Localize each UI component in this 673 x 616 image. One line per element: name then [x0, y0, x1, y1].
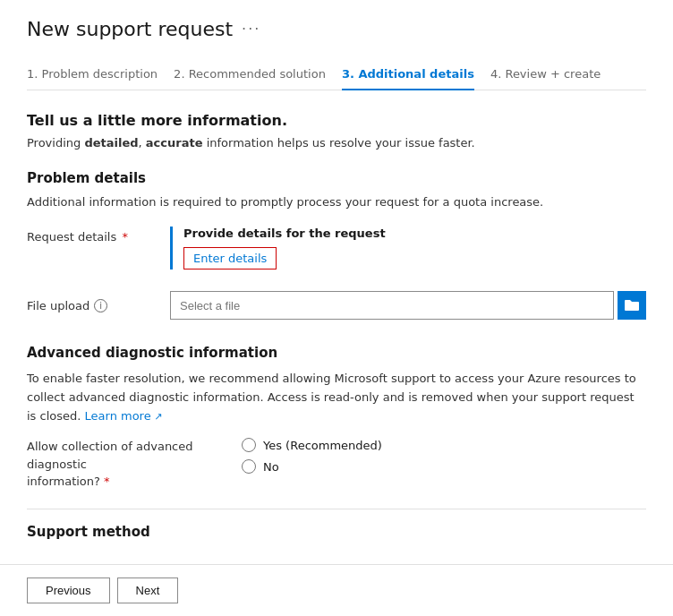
collection-label: Allow collection of advanced diagnostici…: [27, 438, 242, 491]
file-upload-label: File upload i: [27, 299, 170, 312]
diagnostic-no-label: No: [263, 460, 279, 474]
bottom-navigation: Previous Next: [0, 564, 673, 616]
diagnostic-radio-group: Yes (Recommended) No: [242, 438, 382, 474]
advanced-diagnostic-description: To enable faster resolution, we recommen…: [27, 370, 646, 425]
diagnostic-no-option[interactable]: No: [242, 459, 382, 474]
step-review-create[interactable]: 4. Review + create: [490, 60, 617, 90]
problem-details-title: Problem details: [27, 170, 646, 186]
step-recommended-solution[interactable]: 2. Recommended solution: [174, 60, 342, 90]
step-problem-description[interactable]: 1. Problem description: [27, 60, 174, 90]
file-upload-info-icon[interactable]: i: [94, 299, 107, 312]
diagnostic-yes-radio[interactable]: [242, 438, 256, 452]
diagnostic-yes-label: Yes (Recommended): [263, 439, 382, 452]
diagnostic-yes-option[interactable]: Yes (Recommended): [242, 438, 382, 452]
intro-heading: Tell us a little more information.: [27, 112, 646, 129]
advanced-diagnostic-section: Advanced diagnostic information To enabl…: [27, 345, 646, 491]
request-details-row: Request details * Provide details for th…: [27, 227, 646, 270]
file-upload-row: File upload i: [27, 291, 646, 320]
diagnostic-no-radio[interactable]: [242, 459, 256, 474]
advanced-diagnostic-title: Advanced diagnostic information: [27, 345, 646, 361]
request-details-box-title: Provide details for the request: [183, 227, 646, 240]
next-button[interactable]: Next: [117, 578, 179, 603]
request-details-box: Provide details for the request Enter de…: [170, 227, 646, 270]
problem-details-description: Additional information is required to pr…: [27, 193, 646, 211]
file-browse-button[interactable]: [618, 291, 646, 320]
previous-button[interactable]: Previous: [27, 578, 110, 603]
file-input[interactable]: [170, 291, 614, 320]
ellipsis-menu-button[interactable]: ···: [242, 21, 260, 38]
request-details-label: Request details *: [27, 227, 170, 244]
folder-icon: [624, 298, 640, 312]
support-method-title: Support method: [27, 524, 646, 540]
intro-description: Providing detailed, accurate information…: [27, 134, 646, 152]
request-details-control: Provide details for the request Enter de…: [170, 227, 646, 270]
support-method-section: Support method: [27, 509, 646, 540]
page-title: New support request: [27, 18, 233, 40]
step-additional-details[interactable]: 3. Additional details: [342, 60, 490, 90]
steps-navigation: 1. Problem description 2. Recommended so…: [27, 60, 646, 90]
file-input-area: [170, 291, 646, 320]
learn-more-link[interactable]: Learn more: [85, 409, 163, 423]
collection-row: Allow collection of advanced diagnostici…: [27, 438, 646, 491]
section-divider: [27, 509, 646, 509]
enter-details-link[interactable]: Enter details: [183, 247, 277, 270]
